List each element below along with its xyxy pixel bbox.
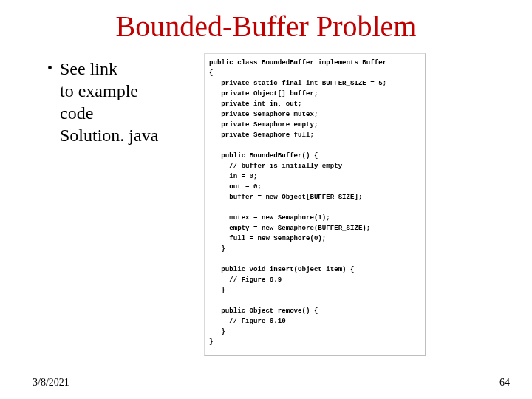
bullet-marker: • (47, 58, 52, 78)
bullet-line-4: Solution. java (60, 124, 158, 146)
bullet-line-1: See link (60, 58, 158, 80)
bullet-item: • See link to example code Solution. jav… (47, 58, 210, 146)
footer-date: 3/8/2021 (33, 377, 69, 389)
slide: Bounded-Buffer Problem • See link to exa… (0, 0, 532, 399)
footer-page-number: 64 (499, 377, 510, 389)
bullet-line-3: code (60, 102, 158, 124)
bullet-text: See link to example code Solution. java (60, 58, 158, 146)
bullet-block: • See link to example code Solution. jav… (47, 58, 210, 146)
bullet-line-2: to example (60, 80, 158, 102)
slide-title: Bounded-Buffer Problem (0, 9, 532, 44)
code-sample: public class BoundedBuffer implements Bu… (204, 53, 426, 356)
